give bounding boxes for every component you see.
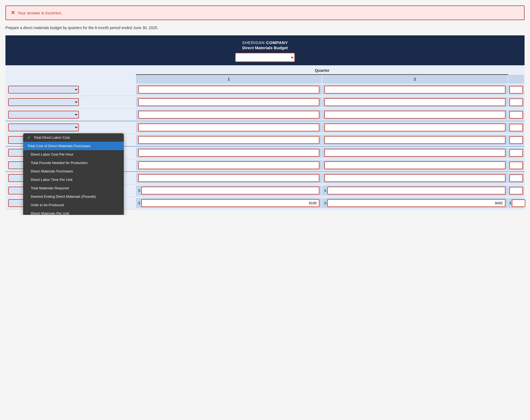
row-2-q2-input[interactable]	[324, 98, 506, 106]
row-1-q1-input[interactable]	[138, 86, 319, 94]
row-10-q1-input[interactable]	[141, 199, 319, 207]
table-row: Total Direct Labor Cost Total Cost of Di…	[5, 84, 525, 96]
row-7-q1-input[interactable]	[138, 161, 319, 169]
budget-subtitle: Direct Materials Budget	[11, 45, 519, 50]
dropdown-item-total-pounds[interactable]: Total Pounds Needed for Production	[23, 159, 124, 167]
row-3-q2-input[interactable]	[324, 111, 506, 119]
row-1-select[interactable]: Total Direct Labor Cost Total Cost of Di…	[8, 86, 79, 94]
row-4-select[interactable]: Total Direct Labor Cost Total Cost of Di…	[8, 123, 79, 131]
budget-header: SHERIDAN COMPANY Direct Materials Budget…	[5, 35, 525, 65]
table-row: Total Direct Labor Cost Total Cost of Di…	[5, 96, 525, 109]
row-9-q1-input[interactable]	[141, 187, 319, 194]
instruction-text: Prepare a direct materials budget by qua…	[5, 26, 525, 30]
row-6-q3-input[interactable]	[509, 149, 523, 157]
dropdown-item-total-materials-required[interactable]: Total Materials Required	[23, 184, 124, 192]
row-9-q2-input[interactable]	[327, 187, 506, 194]
row-4-q2-input[interactable]	[324, 123, 506, 131]
dropdown-item-direct-labor-time[interactable]: Direct Labor Time Per Unit	[23, 175, 124, 184]
table-row: Total Direct Labor Cost Total Cost of Di…	[5, 121, 525, 134]
row-3-q1-input[interactable]	[138, 111, 319, 119]
row-9-q3-input[interactable]	[509, 187, 523, 194]
row-10-q3-input[interactable]	[512, 199, 525, 207]
row-10-q3-dollar: $	[509, 201, 511, 205]
table-row: Total Direct Labor Cost Total Cost of Di…	[5, 109, 525, 121]
row-1-q2-input[interactable]	[324, 86, 506, 94]
budget-period-select[interactable]: For the 6-month period ended June 30, 20…	[235, 53, 295, 62]
row-2-q3-input[interactable]	[509, 98, 523, 106]
row-4-q1-input[interactable]	[138, 123, 319, 131]
row-10-q2-input[interactable]	[327, 199, 506, 207]
row-6-q1-input[interactable]	[138, 149, 319, 157]
row-6-q2-input[interactable]	[324, 149, 506, 157]
row-5-q2-input[interactable]	[324, 136, 506, 144]
dropdown-item-direct-labor-cost-per-hour[interactable]: Direct Labor Cost Per Hour	[23, 150, 124, 159]
quarter-1-header: 1	[136, 75, 322, 84]
row-5-q3-input[interactable]	[509, 136, 523, 144]
dropdown-item-total-direct-labor[interactable]: Total Direct Labor Cost	[23, 133, 124, 142]
budget-company-name: SHERIDAN COMPANY	[11, 40, 519, 45]
error-banner: ✕ Your answer is incorrect.	[5, 5, 525, 20]
dropdown-item-direct-materials-purchases[interactable]: Direct Materials Purchases	[23, 167, 124, 175]
error-icon: ✕	[11, 10, 15, 16]
row-1-q3-input[interactable]	[509, 86, 523, 94]
row-5-q1-input[interactable]	[138, 136, 319, 144]
row-7-q2-input[interactable]	[324, 161, 506, 169]
row-10-q1-dollar: $	[138, 201, 140, 205]
row-2-select[interactable]: Total Direct Labor Cost Total Cost of Di…	[8, 98, 79, 106]
quarter-super-label: Quarter	[136, 65, 508, 75]
row-8-q3-input[interactable]	[509, 174, 523, 182]
row-9-q2-dollar: $	[324, 189, 326, 193]
row-9-q1-dollar: $	[138, 189, 140, 193]
quarter-2-header: 2	[322, 75, 508, 84]
budget-container: SHERIDAN COMPANY Direct Materials Budget…	[5, 35, 525, 209]
row-3-q3-input[interactable]	[509, 111, 523, 119]
row-8-q2-input[interactable]	[324, 174, 506, 182]
row-3-select[interactable]: Total Direct Labor Cost Total Cost of Di…	[8, 111, 79, 119]
row-2-q1-input[interactable]	[138, 98, 319, 106]
row-10-q2-dollar: $	[324, 201, 326, 205]
row-8-q1-input[interactable]	[138, 174, 319, 182]
row-7-q3-input[interactable]	[509, 162, 523, 169]
dropdown-item-total-cost-direct-materials[interactable]: Total Cost of Direct Materials Purchases	[23, 142, 124, 150]
dropdown-menu: Total Direct Labor Cost Total Cost of Di…	[23, 133, 124, 215]
dropdown-item-desired-ending[interactable]: Desired Ending Direct Materials (Pounds)	[23, 192, 124, 201]
dropdown-item-units-produced[interactable]: Units to be Produced	[23, 201, 124, 209]
dropdown-item-direct-materials-per-unit[interactable]: Direct Materials Per Unit	[23, 209, 124, 215]
error-message: Your answer is incorrect.	[18, 11, 62, 15]
row-4-q3-input[interactable]	[509, 124, 523, 131]
